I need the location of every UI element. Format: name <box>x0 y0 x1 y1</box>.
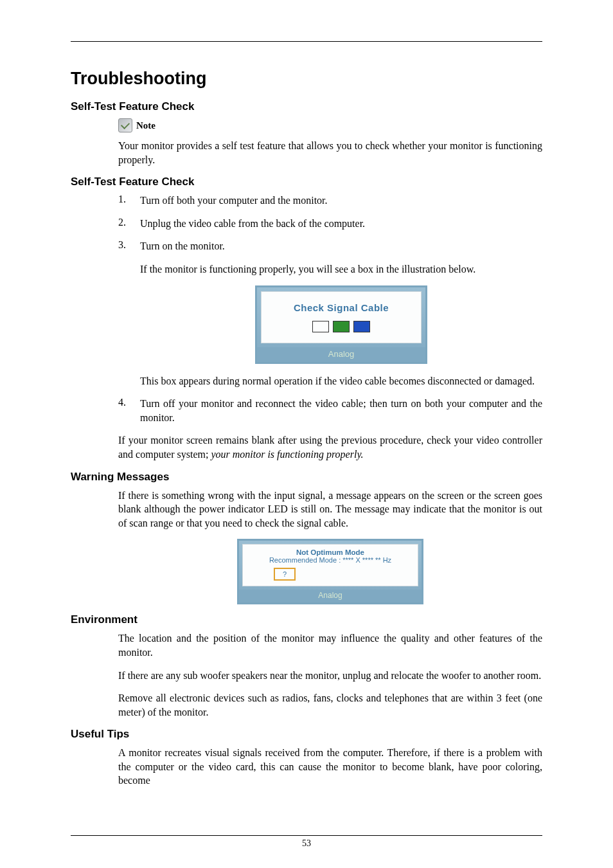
warning-body: If there is something wrong with the inp… <box>118 489 542 530</box>
section-self-test-intro-heading: Self-Test Feature Check <box>71 100 542 113</box>
self-test-closing: If your monitor screen remains blank aft… <box>118 433 542 461</box>
footer-rule <box>71 835 542 836</box>
step3-box-caption: This box appears during normal operation… <box>140 374 542 388</box>
warning-block: If there is something wrong with the inp… <box>118 489 542 605</box>
step-text: Turn off both your computer and the moni… <box>140 194 542 208</box>
swatch-green <box>333 321 350 332</box>
figure2-inner: Not Optimum Mode Recommended Mode : ****… <box>242 544 418 586</box>
step3-subcontent: If the monitor is functioning properly, … <box>140 262 542 388</box>
page-footer: 53 <box>71 835 542 849</box>
step-text: Unplug the video cable from the back of … <box>140 217 542 231</box>
figure1-footer: Analog <box>257 347 425 362</box>
step-1: 1. Turn off both your computer and the m… <box>118 194 542 208</box>
step3-after-text: If the monitor is functioning properly, … <box>140 262 542 276</box>
note-label: Note <box>136 120 155 131</box>
top-rule <box>71 41 542 42</box>
swatch-blue <box>353 321 370 332</box>
step-number: 4. <box>118 397 140 424</box>
section-self-test-steps-heading: Self-Test Feature Check <box>71 176 542 188</box>
note-row: Note <box>118 118 542 132</box>
chapter-title: Troubleshooting <box>71 69 542 89</box>
step-4: 4. Turn off your monitor and reconnect t… <box>118 397 542 424</box>
section-warning-heading: Warning Messages <box>71 471 542 484</box>
figure1-title: Check Signal Cable <box>264 302 418 313</box>
note-icon <box>118 118 132 132</box>
figure2-footer: Analog <box>239 590 422 602</box>
figure1-inner: Check Signal Cable <box>261 291 422 343</box>
figure-not-optimum: Not Optimum Mode Recommended Mode : ****… <box>237 539 423 604</box>
page: Troubleshooting Self-Test Feature Check … <box>0 0 613 868</box>
ordered-steps: 1. Turn off both your computer and the m… <box>118 194 542 253</box>
note-body: Your monitor provides a self test featur… <box>118 139 542 167</box>
self-test-intro-block: Note Your monitor provides a self test f… <box>118 118 542 167</box>
environment-p1: The location and the position of the mon… <box>118 631 542 659</box>
tips-p1: A monitor recreates visual signals recei… <box>118 746 542 788</box>
step-text: Turn on the monitor. <box>140 239 542 253</box>
step-number: 3. <box>118 239 140 253</box>
swatch-red <box>312 321 329 332</box>
figure2-line2: Recommended Mode : **** X **** ** Hz <box>247 556 414 564</box>
step-2: 2. Unplug the video cable from the back … <box>118 217 542 231</box>
tips-block: A monitor recreates visual signals recei… <box>118 746 542 788</box>
figure1-swatches <box>264 321 418 332</box>
figure2-q: ? <box>274 568 296 581</box>
step-number: 2. <box>118 217 140 231</box>
environment-p2: If there are any sub woofer speakers nea… <box>118 669 542 683</box>
figure-check-signal: Check Signal Cable Analog <box>255 285 427 364</box>
step-3: 3. Turn on the monitor. <box>118 239 542 253</box>
section-environment-heading: Environment <box>71 613 542 626</box>
section-tips-heading: Useful Tips <box>71 728 542 741</box>
page-number: 53 <box>71 838 542 849</box>
figure2-line1: Not Optimum Mode <box>247 548 414 556</box>
ordered-steps-cont: 4. Turn off your monitor and reconnect t… <box>118 397 542 424</box>
closing-italic: your monitor is functioning properly. <box>211 449 363 460</box>
environment-block: The location and the position of the mon… <box>118 631 542 719</box>
self-test-steps-block: 1. Turn off both your computer and the m… <box>118 194 542 461</box>
step-number: 1. <box>118 194 140 208</box>
environment-p3: Remove all electronic devices such as ra… <box>118 691 542 719</box>
step-text: Turn off your monitor and reconnect the … <box>140 397 542 424</box>
